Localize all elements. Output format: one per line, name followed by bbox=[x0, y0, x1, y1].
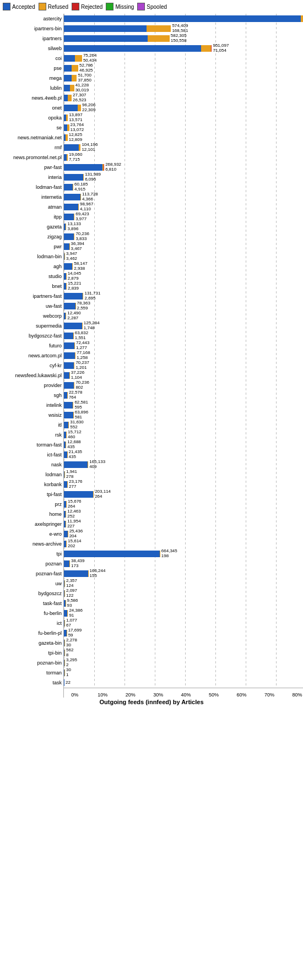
bar-row: 2,27830 bbox=[64, 638, 303, 648]
bar-segments bbox=[64, 560, 70, 567]
bar-value-label: 78,3632,559 bbox=[77, 301, 90, 311]
y-label: e-wro bbox=[3, 529, 63, 539]
bar-segment-accepted bbox=[64, 214, 74, 220]
bar-value-label: 25,436204 bbox=[69, 529, 83, 539]
bar-segment-accepted bbox=[64, 402, 73, 409]
bar-segment-rejected bbox=[104, 164, 104, 171]
y-label: bydgoszcz-fast bbox=[3, 331, 63, 341]
legend-label-spooled: Spooled bbox=[147, 4, 167, 10]
bar-row: 60,1854,915 bbox=[64, 182, 303, 192]
bar-value-label: 13,1333,896 bbox=[67, 222, 80, 232]
y-label: poznan bbox=[3, 559, 63, 569]
y-label: intelink bbox=[3, 400, 63, 410]
bar-segment-refused bbox=[67, 154, 68, 161]
y-label: supermedia bbox=[3, 321, 63, 331]
y-label: fu-berlin-pl bbox=[3, 628, 63, 638]
bar-segments bbox=[64, 481, 68, 488]
x-tick: 0% bbox=[61, 692, 89, 698]
legend-item-missing: Missing bbox=[106, 3, 134, 10]
bar-segment-refused bbox=[67, 124, 69, 131]
y-label: lodman-bin bbox=[3, 252, 63, 262]
y-label: bnet bbox=[3, 281, 63, 291]
bar-segment-refused bbox=[64, 580, 65, 587]
bar-segment-refused bbox=[66, 432, 67, 438]
bar-value-label: 15,676264 bbox=[68, 499, 81, 509]
y-label: zigzag bbox=[3, 232, 63, 242]
bar-segment-refused bbox=[66, 442, 66, 448]
bar-segments bbox=[64, 660, 65, 666]
y-label: news-archive bbox=[3, 539, 63, 549]
bar-segment-accepted bbox=[64, 55, 75, 62]
bar-value-label: 268,9326,810 bbox=[105, 162, 121, 172]
bar-segment-accepted bbox=[64, 194, 80, 200]
bar-segment-accepted bbox=[64, 45, 201, 52]
y-label: ipartners-bin bbox=[3, 24, 63, 34]
bar-row: 69,4233,977 bbox=[64, 212, 303, 222]
bar-segment-refused bbox=[66, 511, 66, 518]
bar-row: 78,3632,559 bbox=[64, 301, 303, 311]
legend-item-spooled: Spooled bbox=[137, 3, 167, 10]
bar-row: 96,20622,309 bbox=[64, 103, 303, 113]
bar-segment-accepted bbox=[64, 85, 70, 91]
bar-segment-accepted bbox=[64, 293, 83, 300]
bar-segment-refused bbox=[66, 273, 67, 280]
bar-value-label: 13,89713,571 bbox=[69, 113, 82, 123]
bar-segments bbox=[64, 184, 73, 190]
bar-row: 63,896581 bbox=[64, 410, 303, 420]
bar-segments bbox=[64, 392, 68, 399]
bar-segments bbox=[64, 382, 74, 389]
bar-segments bbox=[64, 342, 75, 349]
bar-segment-accepted bbox=[64, 65, 72, 72]
bar-value-label: 22,578764 bbox=[69, 390, 82, 400]
bar-segments bbox=[64, 402, 73, 409]
bar-row: 131,7312,695 bbox=[64, 291, 303, 301]
bar-segments bbox=[64, 303, 76, 309]
bar-row: 125,2841,748 bbox=[64, 321, 303, 331]
bar-value-label: 15,614202 bbox=[68, 539, 81, 549]
bar-segment-accepted bbox=[64, 382, 74, 389]
y-label: news.4web.pl bbox=[3, 93, 63, 103]
bar-segment-refused bbox=[148, 35, 169, 42]
y-label: ipartners-fast bbox=[3, 291, 63, 301]
y-label: itl bbox=[3, 420, 63, 430]
x-tick: 50% bbox=[200, 692, 228, 698]
bar-row: 23,76413,072 bbox=[64, 123, 303, 133]
legend-color-refused bbox=[39, 3, 46, 10]
bar-value-label: 60,1854,915 bbox=[74, 182, 88, 192]
y-label: gazeta bbox=[3, 222, 63, 232]
bar-segments bbox=[64, 362, 74, 369]
bar-value-label: 1,07767 bbox=[66, 618, 77, 628]
bar-segment-accepted bbox=[64, 105, 78, 111]
bar-segment-refused bbox=[74, 233, 74, 240]
bar-value-label: 301 bbox=[66, 668, 71, 678]
bar-row: 70,2371,201 bbox=[64, 361, 303, 371]
y-label: bydgoszcz bbox=[3, 589, 63, 598]
bar-segments bbox=[64, 323, 83, 329]
bar-segments bbox=[64, 233, 74, 240]
bar-segment-refused bbox=[64, 660, 65, 666]
bar-row: 131,9896,096 bbox=[64, 172, 303, 182]
bar-segment-refused bbox=[73, 184, 73, 190]
bar-segments bbox=[64, 491, 94, 498]
bar-segment-accepted bbox=[64, 323, 82, 329]
bar-value-label: 104,19612,101 bbox=[82, 143, 98, 153]
bar-segment-accepted bbox=[64, 333, 73, 339]
y-label: tpi-bin bbox=[3, 648, 63, 658]
y-label: rmf bbox=[3, 143, 63, 153]
bar-segments bbox=[64, 412, 74, 418]
bar-segment-refused bbox=[66, 224, 66, 230]
bar-segment-refused bbox=[160, 551, 160, 557]
bar-row: 15,712460 bbox=[64, 430, 303, 440]
y-label: sgh bbox=[3, 390, 63, 400]
bar-value-label: 23,176277 bbox=[69, 480, 82, 489]
bar-row: 62,581595 bbox=[64, 400, 303, 410]
bar-row: 77,1681,258 bbox=[64, 351, 303, 361]
bar-value-label: 582,305150,558 bbox=[171, 34, 187, 43]
bar-row: 37,2261,104 bbox=[64, 371, 303, 380]
bar-value-label: 12,688435 bbox=[67, 440, 80, 450]
y-label: tpi bbox=[3, 549, 63, 559]
bar-segments bbox=[64, 501, 67, 508]
bar-row: 166,244155 bbox=[64, 569, 303, 579]
bar-segment-accepted bbox=[64, 531, 68, 537]
bar-value-label: 77,1681,258 bbox=[77, 351, 90, 361]
